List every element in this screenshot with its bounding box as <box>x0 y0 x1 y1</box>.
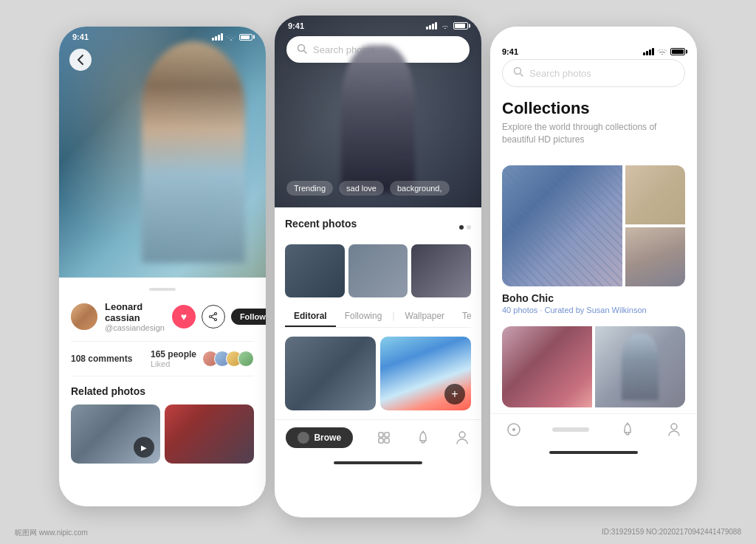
heart-button[interactable]: ♥ <box>172 305 196 328</box>
svg-rect-8 <box>385 433 389 437</box>
profile-icon-3 <box>666 421 682 438</box>
svg-point-16 <box>512 428 515 431</box>
editorial-grid: + <box>285 337 471 410</box>
related-photo-1[interactable]: ▶ <box>71 404 160 464</box>
tag-sadlove[interactable]: sad love <box>339 181 384 196</box>
tab-following[interactable]: Following <box>336 306 391 327</box>
mosaic-bottom-right-1 <box>625 227 685 286</box>
svg-line-14 <box>520 74 523 77</box>
wifi-icon-3 <box>657 48 667 55</box>
nav-profile-item-3[interactable] <box>666 421 682 438</box>
bottom-nav-3 <box>490 413 697 448</box>
search-icon-3 <box>513 66 523 80</box>
play-overlay-1: ▶ <box>134 437 154 458</box>
tab-editorial[interactable]: Editoral <box>285 306 336 327</box>
related-title: Related photos <box>71 385 254 397</box>
search-bar-3[interactable]: Search photos <box>502 59 685 87</box>
profile-icon <box>454 430 470 446</box>
hero-person-blur-2 <box>341 45 415 193</box>
back-button[interactable] <box>69 49 92 71</box>
tag-trending[interactable]: Trending <box>286 181 333 196</box>
svg-line-4 <box>211 317 214 320</box>
screen3-collections: 9:41 <box>490 27 697 506</box>
liked-avatar-4 <box>238 351 254 367</box>
recent-header: Recent photos <box>285 218 471 237</box>
screens-container: 9:41 <box>44 4 712 540</box>
svg-point-18 <box>671 424 677 430</box>
related-grid: ▶ <box>71 404 254 464</box>
follow-button[interactable]: Follow <box>231 309 266 325</box>
liked-avatars <box>202 351 254 367</box>
likes-count: 165 people <box>151 349 196 359</box>
status-icons-3 <box>643 48 685 55</box>
layers-icon <box>376 430 392 446</box>
likes-stat: 165 people Liked <box>151 349 254 368</box>
nav-layers-item[interactable] <box>376 430 392 446</box>
collections-title: Collections <box>502 99 685 118</box>
share-button[interactable] <box>202 305 225 328</box>
screen1-hero-image: 9:41 <box>59 27 266 278</box>
action-icons: ♥ Follow <box>172 305 266 328</box>
screen2-browse: 9:41 <box>275 16 481 517</box>
editorial-photo-1[interactable] <box>285 337 376 410</box>
nav-browse-item[interactable]: Browe <box>286 427 353 448</box>
battery-icon-3 <box>670 48 685 55</box>
tab-divider: | <box>391 306 396 327</box>
signal-icon-1 <box>212 33 223 41</box>
screen1-photo-detail: 9:41 <box>59 27 266 506</box>
screen2-content: Recent photos Editoral Following | Wallp… <box>275 207 481 410</box>
status-bar-1: 9:41 <box>59 27 266 44</box>
drag-handle <box>149 288 176 291</box>
mosaic-top-right-1 <box>625 165 685 224</box>
recent-photo-1[interactable] <box>285 244 345 297</box>
mosaic-left-2 <box>502 326 592 407</box>
trending-tags: Trending sad love background, <box>286 181 450 196</box>
battery-icon-2 <box>453 22 468 30</box>
wifi-icon-2 <box>440 22 450 30</box>
related-photo-2[interactable] <box>165 404 254 464</box>
browse-label: Browe <box>314 433 341 443</box>
comments-count: 108 comments <box>71 354 132 364</box>
tabs-row: Editoral Following | Wallpaper Texture &… <box>285 306 471 328</box>
nav-profile-item[interactable] <box>454 430 470 446</box>
dot-2 <box>467 225 471 230</box>
user-handle: @cassiandesign <box>105 323 165 332</box>
user-row: Leonard cassian @cassiandesign ♥ <box>71 301 254 332</box>
status-icons-1 <box>212 33 252 41</box>
avatar-image <box>71 303 97 330</box>
status-bar-2: 9:41 <box>275 16 481 33</box>
status-icons-2 <box>426 22 468 30</box>
battery-icon-1 <box>239 34 252 41</box>
recent-photo-2[interactable] <box>348 244 408 297</box>
recent-photo-3[interactable] <box>411 244 471 297</box>
nav-bell-item-3[interactable] <box>619 421 636 438</box>
add-photo-button[interactable]: + <box>444 384 465 404</box>
collection2-mosaic[interactable] <box>502 326 685 407</box>
nav-compass-item[interactable] <box>506 421 522 438</box>
bell-icon <box>415 430 431 446</box>
comments-stat: 108 comments <box>71 354 132 364</box>
home-indicator-2 <box>334 461 422 464</box>
likes-label: Liked <box>151 359 196 368</box>
svg-rect-7 <box>379 433 383 437</box>
svg-point-2 <box>214 319 216 321</box>
tab-wallpaper[interactable]: Wallpaper <box>396 306 454 327</box>
active-tab-pill <box>552 427 589 432</box>
nav-tab-indicator-3[interactable] <box>552 427 589 432</box>
home-indicator-3 <box>549 451 638 454</box>
collection1-mosaic[interactable] <box>502 165 685 286</box>
tab-texture[interactable]: Texture & Pa... <box>453 306 471 327</box>
tag-background[interactable]: background, <box>390 181 450 196</box>
editorial-photo-2[interactable]: + <box>380 337 471 410</box>
nav-bell-item[interactable] <box>415 430 431 446</box>
search-icon-hero <box>297 44 307 56</box>
svg-rect-9 <box>379 438 383 443</box>
collection1-name: Boho Chic <box>502 292 685 304</box>
collection1-meta: 40 photos · Curated by Susan Wilkinson <box>502 306 685 314</box>
screen3-header: 9:41 <box>490 27 697 165</box>
browse-avatar-icon <box>298 432 309 444</box>
user-name: Leonard cassian <box>105 301 165 323</box>
signal-icon-3 <box>643 48 654 55</box>
screen2-hero: 9:41 <box>275 16 481 207</box>
mosaic-right-2 <box>595 326 685 407</box>
